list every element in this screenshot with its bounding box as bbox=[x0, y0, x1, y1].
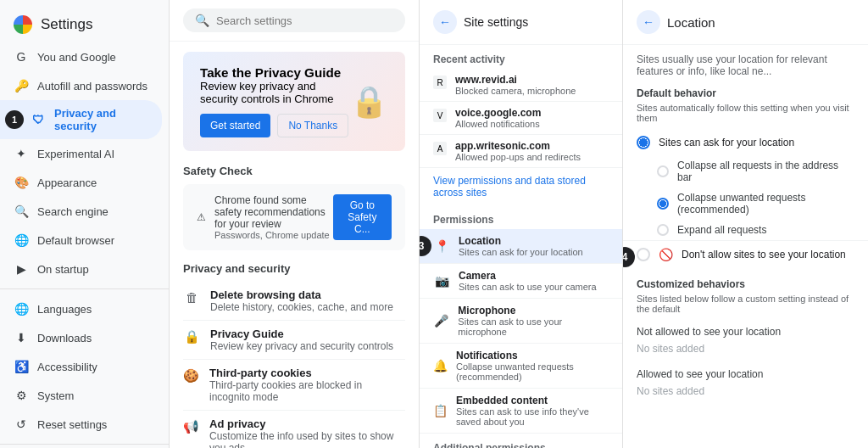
back-button[interactable]: ← bbox=[433, 10, 457, 34]
perm-desc: Sites can ask for your location bbox=[459, 247, 583, 257]
sidebar-item-experimental[interactable]: ✦ Experimental AI bbox=[0, 139, 162, 168]
sidebar-item-reset[interactable]: ↺ Reset settings bbox=[0, 410, 162, 439]
setting-ad-privacy[interactable]: 📢 Ad privacy Customize the info used by … bbox=[183, 411, 405, 448]
radio-collapse-address[interactable]: Collapse all requests in the address bar bbox=[623, 155, 868, 188]
sidebar-item-system[interactable]: ⚙ System bbox=[0, 381, 162, 410]
radio-collapse-unwanted-label: Collapse unwanted requests (recommended) bbox=[677, 192, 854, 216]
dont-allow-wrapper: 4 🚫 Don't allow sites to see your locati… bbox=[623, 240, 868, 268]
panel-site-header: ← Site settings bbox=[420, 0, 622, 45]
setting-desc: Review key privacy and security controls bbox=[210, 340, 393, 352]
banner-buttons: Get started No Thanks bbox=[200, 114, 350, 137]
get-started-button[interactable]: Get started bbox=[200, 114, 270, 137]
badge-1: 1 bbox=[5, 110, 24, 129]
play-icon: ▶ bbox=[14, 261, 29, 277]
perm-title: Notifications bbox=[456, 350, 609, 361]
perm-desc: Collapse unwanted requests (recommended) bbox=[456, 361, 609, 382]
sidebar-item-appearance[interactable]: 🎨 Appearance bbox=[0, 168, 162, 197]
radio-ask[interactable]: Sites can ask for your location bbox=[623, 130, 868, 155]
sidebar-item-privacy[interactable]: 1 🛡 Privacy and security bbox=[0, 100, 162, 139]
sidebar-item-label: Privacy and security bbox=[54, 107, 148, 132]
safety-message: Chrome found some safety recommendations… bbox=[214, 194, 333, 230]
banner-title: Take the Privacy Guide bbox=[200, 65, 350, 80]
setting-title: Privacy Guide bbox=[210, 328, 393, 340]
setting-title: Third-party cookies bbox=[209, 367, 405, 379]
sidebar-item-label: Search engine bbox=[37, 205, 108, 218]
perm-title: Embedded content bbox=[456, 395, 609, 406]
default-behavior-title: Default behavior bbox=[623, 77, 868, 103]
permissions-section-title: Permissions bbox=[420, 205, 622, 229]
system-icon: ⚙ bbox=[14, 388, 29, 403]
location-title: Location bbox=[667, 15, 715, 30]
shield-icon: 🛡 bbox=[31, 112, 46, 127]
radio-ask-label: Sites can ask for your location bbox=[659, 137, 794, 148]
search-wrap[interactable]: 🔍 bbox=[183, 8, 405, 32]
radio-dont-allow-label: Don't allow sites to see your location bbox=[682, 249, 846, 260]
location-perm-wrapper: 3 📍 Location Sites can ask for your loca… bbox=[420, 229, 622, 264]
sidebar-item-label: Appearance bbox=[37, 176, 97, 189]
view-permissions-link[interactable]: View permissions and data stored across … bbox=[420, 168, 622, 205]
setting-delete-browsing[interactable]: 🗑 Delete browsing data Delete history, c… bbox=[183, 282, 405, 321]
activity-item-voice[interactable]: V voice.google.com Allowed notifications bbox=[420, 102, 622, 135]
perm-text: Microphone Sites can ask to use your mic… bbox=[458, 305, 609, 337]
safety-check-bar: ⚠ Chrome found some safety recommendatio… bbox=[183, 184, 405, 250]
sidebar-item-you-google[interactable]: G You and Google bbox=[0, 42, 162, 71]
radio-ask-circle bbox=[637, 136, 650, 149]
activity-action: Allowed pop-ups and redirects bbox=[455, 152, 581, 162]
sidebar-divider bbox=[0, 288, 169, 289]
privacy-banner: Take the Privacy Guide Review key privac… bbox=[183, 52, 405, 151]
go-safety-button[interactable]: Go to Safety C... bbox=[333, 194, 392, 240]
perm-item-camera[interactable]: 📷 Camera Sites can ask to use your camer… bbox=[420, 264, 622, 299]
no-thanks-button[interactable]: No Thanks bbox=[277, 114, 348, 137]
banner-illustration: 🔒 bbox=[350, 84, 388, 120]
radio-expand-circle bbox=[657, 224, 669, 236]
setting-privacy-guide[interactable]: 🔒 Privacy Guide Review key privacy and s… bbox=[183, 321, 405, 360]
safety-sub: Passwords, Chrome update bbox=[214, 230, 333, 240]
location-header: ← Location bbox=[623, 0, 868, 45]
setting-cookies[interactable]: 🍪 Third-party cookies Third-party cookie… bbox=[183, 360, 405, 411]
default-behavior-sub: Sites automatically follow this setting … bbox=[623, 103, 868, 130]
search-input[interactable] bbox=[216, 14, 393, 27]
setting-desc: Third-party cookies are blocked in incog… bbox=[209, 379, 405, 403]
sidebar-item-languages[interactable]: 🌐 Languages bbox=[0, 294, 162, 323]
activity-site: app.writesonic.com bbox=[455, 140, 581, 152]
sidebar-item-label: Experimental AI bbox=[37, 148, 114, 160]
perm-item-embedded[interactable]: 📋 Embedded content Sites can ask to use … bbox=[420, 389, 622, 434]
sidebar-item-browser[interactable]: 🌐 Default browser bbox=[0, 226, 162, 255]
radio-dont-allow[interactable]: 🚫 Don't allow sites to see your location bbox=[623, 240, 868, 268]
embedded-icon: 📋 bbox=[433, 404, 448, 417]
sidebar-item-accessibility[interactable]: ♿ Accessibility bbox=[0, 352, 162, 381]
sidebar-item-downloads[interactable]: ⬇ Downloads bbox=[0, 323, 162, 352]
perm-title: Location bbox=[459, 235, 583, 247]
customized-title: Customized behaviors bbox=[623, 268, 868, 294]
additional-permissions-title: Additional permissions bbox=[420, 434, 622, 448]
sidebar-header: Settings bbox=[0, 7, 169, 42]
sidebar-item-label: Accessibility bbox=[37, 361, 97, 373]
activity-item-revid[interactable]: R www.revid.ai Blocked camera, microphon… bbox=[420, 69, 622, 102]
perm-desc: Sites can ask to use your microphone bbox=[458, 316, 609, 337]
sidebar-item-startup[interactable]: ▶ On startup bbox=[0, 255, 162, 283]
radio-collapse-address-label: Collapse all requests in the address bar bbox=[677, 160, 854, 183]
perm-item-notifications[interactable]: 🔔 Notifications Collapse unwanted reques… bbox=[420, 344, 622, 389]
perm-item-location[interactable]: 📍 Location Sites can ask for your locati… bbox=[420, 229, 622, 264]
safety-icon: ⚠ bbox=[197, 211, 206, 223]
radio-collapse-unwanted[interactable]: Collapse unwanted requests (recommended) bbox=[623, 188, 868, 220]
setting-desc: Delete history, cookies, cache, and more bbox=[210, 301, 393, 313]
not-allowed-empty: No sites added bbox=[623, 339, 868, 363]
perm-item-microphone[interactable]: 🎤 Microphone Sites can ask to use your m… bbox=[420, 299, 622, 344]
location-description: Sites usually use your location for rele… bbox=[623, 45, 868, 77]
microphone-icon: 🎤 bbox=[433, 314, 449, 328]
sidebar-item-label: You and Google bbox=[37, 51, 116, 64]
radio-expand[interactable]: Expand all requests bbox=[623, 220, 868, 240]
activity-text: app.writesonic.com Allowed pop-ups and r… bbox=[455, 140, 581, 162]
activity-item-writesonic[interactable]: A app.writesonic.com Allowed pop-ups and… bbox=[420, 135, 622, 168]
privacy-section-title: Privacy and security bbox=[183, 262, 405, 275]
sidebar-item-search[interactable]: 🔍 Search engine bbox=[0, 197, 162, 226]
location-back-button[interactable]: ← bbox=[637, 10, 660, 34]
perm-text: Notifications Collapse unwanted requests… bbox=[456, 350, 609, 382]
safety-text: Chrome found some safety recommendations… bbox=[214, 194, 333, 240]
search-icon: 🔍 bbox=[14, 204, 29, 219]
language-icon: 🌐 bbox=[14, 301, 29, 316]
sidebar-item-autofill[interactable]: 🔑 Autofill and passwords bbox=[0, 71, 162, 100]
site-favicon-revid: R bbox=[433, 76, 447, 89]
panel-location: ← Location Sites usually use your locati… bbox=[622, 0, 868, 448]
